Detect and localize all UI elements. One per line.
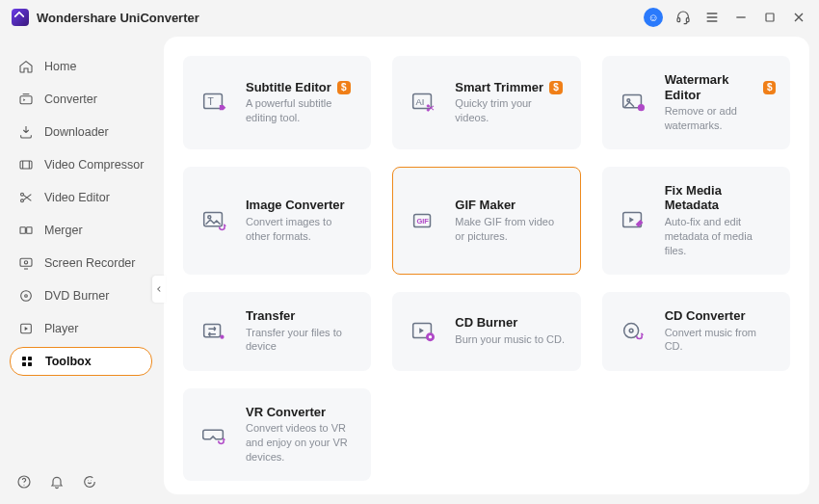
sidebar-item-video-editor[interactable]: Video Editor xyxy=(10,183,152,212)
tool-description: Convert images to other formats. xyxy=(246,215,357,244)
brand: Wondershare UniConverter xyxy=(12,9,199,26)
tool-title: Fix Media Metadata xyxy=(665,183,776,213)
headset-icon[interactable] xyxy=(674,9,692,26)
svg-rect-9 xyxy=(20,258,32,266)
play-icon xyxy=(17,320,35,337)
sidebar-item-merger[interactable]: Merger xyxy=(10,216,152,245)
download-icon xyxy=(17,123,35,141)
disc-icon xyxy=(17,287,35,305)
premium-badge-icon: $ xyxy=(337,81,351,94)
home-icon xyxy=(17,58,35,75)
svg-rect-8 xyxy=(27,227,32,234)
svg-text:AI: AI xyxy=(416,97,425,107)
sidebar-item-video-compressor[interactable]: Video Compressor xyxy=(10,150,152,179)
tool-title: Image Converter xyxy=(246,198,345,213)
tool-card[interactable]: AI Smart Trimmer $ Quicky trim your vide… xyxy=(392,56,580,149)
svg-point-41 xyxy=(623,323,638,337)
sidebar-item-label: Converter xyxy=(44,93,97,106)
toolbox-icon xyxy=(18,353,36,370)
svg-point-39 xyxy=(427,332,435,340)
help-icon[interactable] xyxy=(15,473,33,491)
tool-icon: AI xyxy=(407,86,439,119)
tool-title: Transfer xyxy=(246,308,295,324)
sidebar-item-label: Merger xyxy=(44,224,83,237)
svg-point-37 xyxy=(221,335,224,338)
tool-description: Convert music from CD. xyxy=(665,326,776,355)
svg-point-20 xyxy=(88,480,89,481)
tool-icon: GIF xyxy=(407,204,439,237)
tool-card[interactable]: GIF GIF Maker Make GIF from video or pic… xyxy=(392,167,580,275)
tool-icon xyxy=(617,315,649,348)
svg-rect-3 xyxy=(20,96,32,104)
premium-badge-icon: $ xyxy=(549,81,563,94)
tool-icon xyxy=(617,86,649,119)
tool-description: Transfer your files to device xyxy=(246,326,357,355)
sidebar-item-player[interactable]: Player xyxy=(10,314,152,343)
app-title: Wondershare UniConverter xyxy=(37,11,199,25)
merger-icon xyxy=(17,222,35,239)
tool-card[interactable]: VR Converter Convert videos to VR and en… xyxy=(183,388,371,481)
tool-card[interactable]: Fix Media Metadata Auto-fix and edit met… xyxy=(602,167,790,275)
tool-card[interactable]: Transfer Transfer your files to device xyxy=(183,292,371,371)
svg-point-10 xyxy=(24,261,27,264)
tool-description: Remove or add watermarks. xyxy=(665,104,776,133)
svg-rect-17 xyxy=(28,362,32,366)
tool-description: A powerful subtitle editing tool. xyxy=(246,96,357,125)
tool-description: Convert videos to VR and enjoy on your V… xyxy=(246,421,357,464)
sidebar: Home Converter Downloader Video Compress… xyxy=(0,35,162,504)
svg-rect-7 xyxy=(20,227,25,234)
sidebar-item-dvd-burner[interactable]: DVD Burner xyxy=(10,281,152,310)
tool-description: Quicky trim your videos. xyxy=(455,96,566,125)
svg-text:GIF: GIF xyxy=(417,217,430,225)
tool-title: VR Converter xyxy=(246,405,326,420)
premium-badge-icon: $ xyxy=(763,81,776,94)
svg-point-32 xyxy=(208,215,211,218)
tool-title: GIF Maker xyxy=(455,198,515,213)
sidebar-collapse-handle[interactable] xyxy=(152,276,166,303)
tool-title: Watermark Editor xyxy=(665,72,758,102)
svg-text:T: T xyxy=(207,96,214,107)
sidebar-item-downloader[interactable]: Downloader xyxy=(10,118,152,146)
sidebar-item-label: Video Compressor xyxy=(44,158,144,172)
tool-icon xyxy=(407,315,439,348)
app-logo-icon xyxy=(12,9,29,26)
scissors-icon xyxy=(17,189,35,206)
sidebar-item-home[interactable]: Home xyxy=(10,52,152,81)
svg-point-42 xyxy=(629,329,633,332)
tool-card[interactable]: CD Burner Burn your music to CD. xyxy=(392,292,580,371)
tool-card[interactable]: Watermark Editor $ Remove or add waterma… xyxy=(602,56,790,149)
converter-icon xyxy=(17,91,35,108)
sidebar-item-label: Toolbox xyxy=(45,355,92,368)
svg-rect-2 xyxy=(766,13,774,21)
svg-rect-14 xyxy=(22,357,26,360)
maximize-button[interactable] xyxy=(761,9,779,26)
svg-point-19 xyxy=(23,485,24,486)
tool-icon xyxy=(617,204,649,237)
sidebar-item-converter[interactable]: Converter xyxy=(10,85,152,114)
tool-icon: T xyxy=(198,86,230,119)
svg-rect-16 xyxy=(22,362,26,366)
tool-card[interactable]: CD Converter Convert music from CD. xyxy=(602,292,790,371)
sidebar-item-toolbox[interactable]: Toolbox xyxy=(10,347,152,376)
user-avatar-button[interactable]: ☺ xyxy=(644,8,663,27)
svg-point-11 xyxy=(21,291,32,302)
tool-title: CD Burner xyxy=(455,315,517,331)
tool-card[interactable]: Image Converter Convert images to other … xyxy=(183,167,371,275)
svg-point-12 xyxy=(25,295,28,298)
tool-card[interactable]: T Subtitle Editor $ A powerful subtitle … xyxy=(183,56,371,149)
sidebar-item-screen-recorder[interactable]: Screen Recorder xyxy=(10,249,152,278)
svg-point-21 xyxy=(91,480,92,481)
tool-icon xyxy=(198,204,230,237)
svg-rect-4 xyxy=(20,161,32,169)
tool-description: Burn your music to CD. xyxy=(455,332,566,347)
svg-rect-0 xyxy=(677,18,680,22)
feedback-icon[interactable] xyxy=(81,473,98,491)
close-button[interactable] xyxy=(790,9,807,26)
tool-title: CD Converter xyxy=(665,308,746,324)
svg-rect-15 xyxy=(28,357,32,360)
sidebar-item-label: Video Editor xyxy=(44,191,110,204)
sidebar-item-label: Home xyxy=(44,60,76,73)
bell-icon[interactable] xyxy=(48,473,66,491)
minimize-button[interactable] xyxy=(732,9,750,26)
hamburger-menu-icon[interactable] xyxy=(703,9,721,26)
